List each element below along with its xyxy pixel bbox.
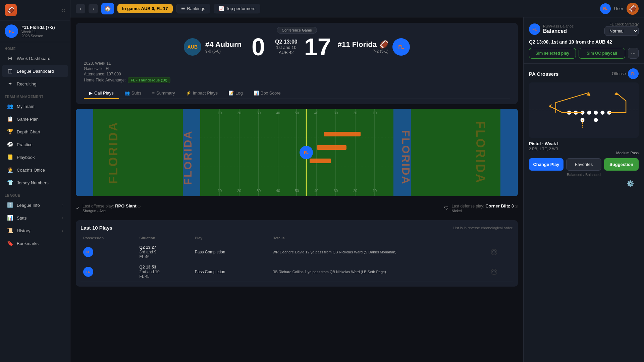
clock-strategy-label: FL Clock Strategy (604, 22, 639, 26)
favorites-button[interactable]: Favorites (566, 158, 601, 171)
tab-impact-plays[interactable]: ⚡ Impact Plays (180, 88, 223, 99)
more-options-button[interactable]: ··· (628, 48, 639, 59)
sidebar-collapse-button[interactable]: ‹‹ (61, 7, 65, 14)
svg-text:50: 50 (295, 111, 299, 115)
sim-selected-play-button[interactable]: Sim selected play (529, 48, 576, 59)
svg-text:FL: FL (304, 150, 309, 155)
team-week: Week 11 (21, 30, 55, 34)
home-team-record: 7-2 (5-1) (338, 49, 388, 54)
sidebar-item-league-dashboard[interactable]: ◫ League Dashboard (2, 65, 68, 77)
home-score: 17 (304, 35, 331, 59)
sidebar-label: League Dashboard (17, 69, 54, 74)
office-icon: 🧑‍💼 (7, 167, 13, 173)
clipboard-icon: 📋 (7, 116, 13, 122)
tab-log[interactable]: 📝 Log (223, 88, 248, 99)
cell-info: ⓘ (488, 242, 513, 262)
game-situation-text: Q2 13:00, 1st and 10 from the AUB 42 (529, 39, 639, 45)
tab-subs[interactable]: 👥 Subs (119, 88, 147, 99)
change-play-button[interactable]: Change Play (529, 158, 564, 171)
team-card: FL #11 Florida (7-2) Week 11 2023 Season (0, 20, 70, 42)
sidebar-item-jersey-numbers[interactable]: 👕 Jersey Numbers (2, 177, 68, 189)
home-team-logo: FL (392, 38, 410, 56)
play-info-button[interactable]: ⓘ (491, 269, 497, 275)
team-name: #11 Florida (7-2) (21, 25, 55, 30)
field-label-left: FLORIDA (106, 121, 120, 184)
rankings-button[interactable]: ☰ Rankings (176, 4, 210, 13)
svg-text:20: 20 (353, 189, 357, 193)
sidebar: 🏈 ‹‹ FL #11 Florida (7-2) Week 11 2023 S… (0, 0, 70, 362)
gear-icon[interactable]: ⚙️ (523, 177, 639, 191)
scoreboard: Conference Game AUB #4 Auburn 9-0 (6-0) … (76, 23, 518, 104)
home-team-name: #11 Florida (338, 40, 377, 49)
history-icon: 📜 (7, 228, 13, 234)
tab-summary[interactable]: ≡ Summary (147, 88, 180, 99)
cell-situation: Q2 13:27 3rd and 9 FL 46 (137, 242, 192, 262)
sidebar-item-week-dashboard[interactable]: ⊞ Week Dashboard (2, 52, 68, 64)
sidebar-item-my-team[interactable]: 👥 My Team (2, 100, 68, 112)
sidebar-item-bookmarks[interactable]: 🔖 Bookmarks (2, 237, 68, 249)
cell-possession: FL (80, 242, 137, 262)
app-logo-icon: 🏈 (5, 4, 17, 16)
game-attendance: Attendance: 107,000 (84, 72, 170, 76)
game-possession: AUB 42 (275, 50, 298, 55)
info-icon: ℹ️ (7, 202, 13, 208)
run-pass-label: Run/Pass Balance: (543, 24, 575, 28)
home-button[interactable]: 🏠 (101, 3, 114, 14)
team-season: 2023 Season (21, 34, 55, 38)
tab-label: Subs (131, 90, 142, 96)
home-field-badge: FL - Thunderous (10) (128, 77, 170, 83)
col-possession: Possession (80, 234, 137, 242)
sidebar-item-stats[interactable]: 📊 Stats › (2, 212, 68, 224)
game-down-distance: 1st and 10 (275, 45, 298, 50)
away-team-logo: AUB (184, 38, 201, 56)
info-superscript: ⓘ (515, 205, 518, 208)
back-button[interactable]: ‹ (76, 4, 85, 13)
tab-label: Box Score (261, 90, 281, 96)
col-details: Details (270, 234, 489, 242)
sidebar-label: Practice (17, 142, 33, 147)
cell-details: WR Deandre David 12 yd pass from QB Nick… (270, 242, 489, 262)
sidebar-label: History (17, 228, 30, 233)
sidebar-item-coaches-office[interactable]: 🧑‍💼 Coach's Office (2, 164, 68, 176)
situation-down: 2nd and 10 (140, 269, 190, 274)
play-tabs: ▶ Call Plays 👥 Subs ≡ Summary ⚡ Impact P… (84, 88, 510, 99)
forward-button[interactable]: › (89, 4, 98, 13)
box-score-icon: 📊 (254, 90, 259, 96)
stats-icon: 📊 (7, 215, 13, 221)
sidebar-item-playbook[interactable]: 📒 Playbook (2, 151, 68, 163)
sidebar-item-history[interactable]: 📜 History › (2, 225, 68, 237)
game-location: Gainesville, FL (84, 66, 170, 71)
sidebar-item-league-info[interactable]: ℹ️ League Info › (2, 199, 68, 211)
tab-call-plays[interactable]: ▶ Call Plays (84, 88, 119, 99)
top-performers-button[interactable]: 📈 Top performers (214, 4, 260, 13)
sidebar-item-recruiting[interactable]: ✦ Recruiting (2, 78, 68, 90)
possession-avatar: FL (83, 247, 93, 257)
defense-formation: Nickel (451, 209, 518, 213)
game-info-center: Q2 13:00 1st and 10 AUB 42 (275, 39, 298, 55)
sim-oc-playcall-button[interactable]: Sim OC playcall (579, 48, 626, 59)
bar-chart-icon: 📈 (219, 6, 224, 11)
home-section-label: HOME (0, 42, 70, 52)
sidebar-item-practice[interactable]: ⚽ Practice (2, 138, 68, 150)
tab-box-score[interactable]: 📊 Box Score (248, 88, 286, 99)
pa-crossers-section: PA Crossers Offense FL (524, 64, 644, 181)
impact-icon: ⚡ (186, 90, 191, 96)
league-section-label: LEAGUE (0, 189, 70, 199)
situation-down: 3rd and 9 (140, 250, 190, 254)
book-icon: 📒 (7, 154, 13, 160)
col-action (488, 234, 513, 242)
play-info-button[interactable]: ⓘ (491, 249, 497, 255)
sidebar-label: My Team (17, 104, 35, 109)
in-game-badge[interactable]: In game: AUB 0, FL 17 (117, 4, 173, 13)
table-row: FL Q2 13:27 3rd and 9 FL 46 Pass Complet… (80, 242, 513, 262)
sidebar-item-depth-chart[interactable]: 🏆 Depth Chart (2, 126, 68, 138)
suggestion-button[interactable]: Suggestion (604, 158, 639, 171)
football-decoration: 🏈 (379, 40, 388, 49)
table-row: FL Q2 13:53 2nd and 10 FL 45 Pass Comple… (80, 262, 513, 282)
svg-text:30: 30 (257, 111, 261, 115)
clock-strategy-select[interactable]: Normal Hurry Up Run Clock (604, 26, 639, 36)
chart-icon: 🏆 (7, 129, 13, 135)
sidebar-item-game-plan[interactable]: 📋 Game Plan (2, 113, 68, 125)
username: User (614, 6, 623, 11)
sidebar-label: Recruiting (17, 81, 37, 86)
